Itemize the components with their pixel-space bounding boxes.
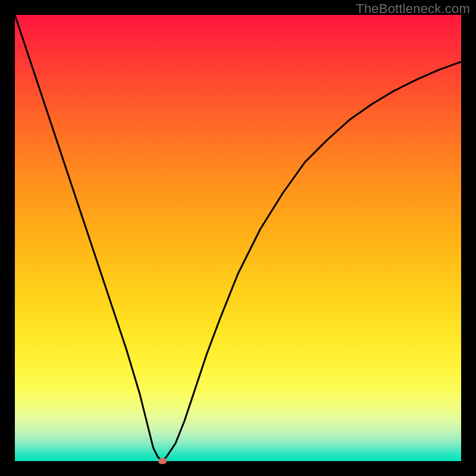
bottleneck-curve bbox=[15, 15, 461, 461]
minimum-marker bbox=[158, 458, 167, 464]
chart-frame: TheBottleneck.com bbox=[0, 0, 476, 476]
plot-area bbox=[15, 15, 461, 461]
